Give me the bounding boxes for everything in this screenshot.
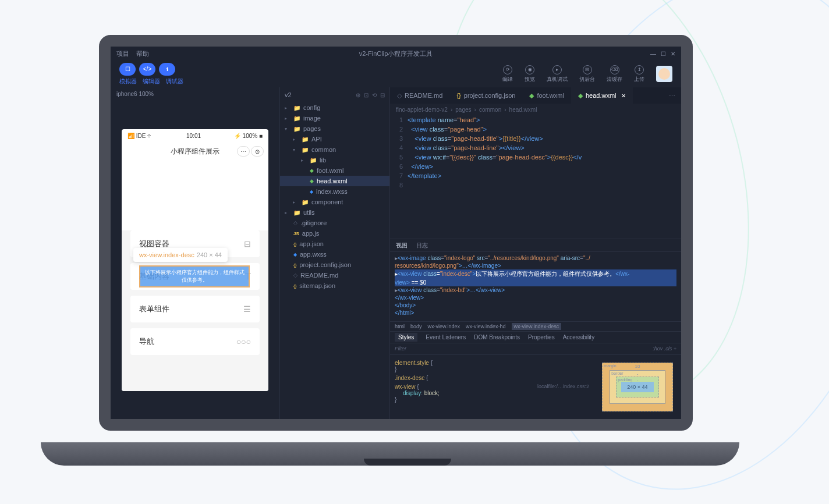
editor-toggle[interactable]: </> <box>139 63 155 76</box>
avatar[interactable] <box>656 66 672 82</box>
list-icon: ○○○ <box>236 337 251 346</box>
styles-tab[interactable]: Properties <box>528 334 555 340</box>
phone-more-icon[interactable]: ⋯ <box>237 146 250 157</box>
file-tree-pane: v2 ⊕ ⊡ ⟲ ⊟ ▸📁config▸📁image▾📁pages▸📁API▾📁… <box>279 87 390 419</box>
refresh-icon[interactable]: ⟲ <box>372 92 377 98</box>
new-file-icon[interactable]: ⊕ <box>356 92 360 98</box>
tree-item-label: head.wxml <box>317 178 348 184</box>
tree-item-label: config <box>303 104 320 111</box>
close-icon[interactable]: ✕ <box>621 93 626 99</box>
toolbar-action[interactable]: ⌫清缓存 <box>607 65 622 83</box>
chevron-icon: ▾ <box>285 126 290 132</box>
dom-node[interactable]: </body> <box>395 301 676 309</box>
breadcrumb-item[interactable]: fino-applet-demo-v2 <box>396 107 448 113</box>
editor-tab[interactable]: ◇README.md <box>390 87 449 104</box>
phone-close-icon[interactable]: ⊙ <box>251 146 264 157</box>
inspect-tooltip: wx-view.index-desc 240 × 44 <box>133 248 228 262</box>
tool-label: 上传 <box>634 76 644 83</box>
chevron-icon: ▸ <box>285 210 290 215</box>
toolbar-action[interactable]: ↥上传 <box>634 65 644 83</box>
tree-file[interactable]: ◆head.wxml <box>280 176 389 186</box>
tree-file[interactable]: {}sitemap.json <box>280 281 389 291</box>
tool-icon: ⊟ <box>583 65 592 74</box>
dom-crumb[interactable]: wx-view.index-hd <box>466 324 506 329</box>
tree-file[interactable]: ◇README.md <box>280 270 389 281</box>
tree-file[interactable]: {}app.json <box>280 239 389 249</box>
devtools-tab-log[interactable]: 日志 <box>416 242 428 250</box>
close-icon[interactable]: ✕ <box>671 51 675 57</box>
dom-crumb[interactable]: body <box>410 324 422 329</box>
styles-tab[interactable]: Styles <box>395 333 417 342</box>
tree-item-label: common <box>311 146 336 153</box>
tree-item-label: utils <box>303 209 315 216</box>
toolbar-action[interactable]: ⟳编译 <box>502 65 513 83</box>
toolbar: ☐ </> ⫮ 模拟器 编辑器 调试器 ⟳编译◉预览▸真机调试⊟切后台⌫清缓存↥… <box>111 61 681 87</box>
tree-file[interactable]: {}project.config.json <box>280 260 389 270</box>
dom-node[interactable]: </wx-view> <box>395 294 676 301</box>
new-folder-icon[interactable]: ⊡ <box>364 92 369 98</box>
tree-folder[interactable]: ▾📁pages <box>280 123 389 134</box>
devtools-tab-view[interactable]: 视图 <box>396 242 408 250</box>
list-item[interactable]: 导航○○○ <box>130 328 260 355</box>
simulator-toggle[interactable]: ☐ <box>119 63 136 76</box>
dom-node[interactable]: view> == $0 <box>395 279 676 286</box>
dom-crumb[interactable]: html <box>395 324 405 329</box>
folder-icon: 📁 <box>293 210 300 216</box>
styles-tab[interactable]: Event Listeners <box>426 334 466 340</box>
maximize-icon[interactable]: ☐ <box>661 51 666 57</box>
toolbar-action[interactable]: ⊟切后台 <box>579 65 595 83</box>
dom-crumb[interactable]: wx-view.index <box>428 324 460 329</box>
tree-folder[interactable]: ▸📁API <box>280 134 389 144</box>
list-item[interactable]: 表单组件☰ <box>130 296 260 322</box>
tool-icon: ⌫ <box>610 65 619 74</box>
tree-folder[interactable]: ▸📁component <box>280 197 389 207</box>
tree-file[interactable]: ◆foot.wxml <box>280 165 389 176</box>
tree-item-label: app.wxss <box>300 251 327 258</box>
phone-signal-icon: 📶 IDE ᯤ <box>127 133 153 139</box>
tree-folder[interactable]: ▸📁image <box>280 113 389 123</box>
menu-help[interactable]: 帮助 <box>136 49 149 58</box>
ide-app: 项目 帮助 v2-FinClip小程序开发工具 — ☐ ✕ ☐ </> ⫮ <box>111 47 681 419</box>
tree-folder[interactable]: ▾📁common <box>280 144 389 155</box>
file-icon: ◆ <box>310 178 314 184</box>
menu-project[interactable]: 项目 <box>116 49 129 58</box>
css-rule[interactable]: .index-desc {</span></div><div class="cs… <box>395 375 589 381</box>
styles-tab[interactable]: DOM Breakpoints <box>474 334 520 340</box>
editor-tab[interactable]: {}project.config.json <box>449 87 522 104</box>
folder-icon: 📁 <box>293 115 300 122</box>
dom-crumb[interactable]: wx-view.index-desc <box>512 323 562 330</box>
styles-filter-controls[interactable]: :hov .cls + <box>653 346 676 352</box>
debugger-toggle[interactable]: ⫮ <box>159 63 175 76</box>
tabs-more-icon[interactable]: ⋯ <box>663 92 681 100</box>
tree-file[interactable]: ◆index.wxss <box>280 186 389 197</box>
tree-folder[interactable]: ▸📁utils <box>280 207 389 218</box>
breadcrumb-item[interactable]: common <box>479 107 501 113</box>
css-rule[interactable]: wx-view {localfile:/…index.css:2display:… <box>395 384 589 403</box>
tree-folder[interactable]: ▸📁lib <box>280 155 389 165</box>
toolbar-action[interactable]: ◉预览 <box>525 65 535 83</box>
tree-item-label: README.md <box>300 272 338 279</box>
tree-file[interactable]: ◆app.wxss <box>280 249 389 260</box>
tree-file[interactable]: ◇.gitignore <box>280 218 389 228</box>
dom-node[interactable]: ▸<wx-view class="index-bd">…</wx-view> <box>395 286 676 294</box>
phone-simulator[interactable]: 📶 IDE ᯤ 10:01 ⚡ 100% ■ 小程序组件展示 ⋯ ⊙ <box>122 129 268 391</box>
tree-file[interactable]: JSapp.js <box>280 228 389 239</box>
dom-node[interactable]: ▸<wx-view class="index-desc">以下将展示小程序官方组… <box>395 269 676 279</box>
dom-node[interactable]: ▸<wx-image class="index-logo" src="../re… <box>395 254 676 262</box>
minimize-icon[interactable]: — <box>650 51 656 57</box>
styles-filter[interactable]: Filter <box>395 346 406 352</box>
toolbar-action[interactable]: ▸真机调试 <box>547 65 568 83</box>
dom-node[interactable]: resources/kind/logo.png">…</wx-image> <box>395 262 676 269</box>
styles-tab[interactable]: Accessibility <box>563 334 594 340</box>
css-rule[interactable]: element.style {} <box>395 360 589 372</box>
breadcrumb-item[interactable]: pages <box>455 107 471 113</box>
list-label: 导航 <box>139 336 154 347</box>
tree-folder[interactable]: ▸📁config <box>280 102 389 113</box>
breadcrumb-item[interactable]: head.wxml <box>509 107 537 113</box>
tree-item-label: project.config.json <box>299 261 351 268</box>
dom-node[interactable]: </html> <box>395 309 676 317</box>
editor-tab[interactable]: ◆foot.wxml <box>522 87 571 104</box>
editor-tab[interactable]: ◆head.wxml✕ <box>571 87 633 104</box>
collapse-icon[interactable]: ⊟ <box>380 92 385 98</box>
chevron-icon: ▾ <box>293 147 299 152</box>
